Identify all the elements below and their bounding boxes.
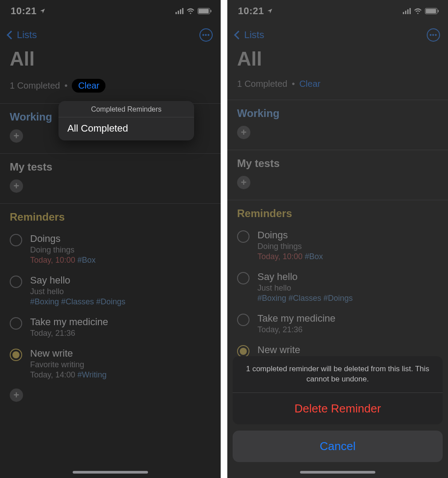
radio-unchecked-icon[interactable] [237,314,249,326]
signal-icon [175,8,183,14]
signal-icon [403,8,411,14]
section-reminders: Reminders Doings Doing things Today, 10:… [0,203,221,402]
battery-icon [425,8,437,14]
radio-unchecked-icon[interactable] [10,317,22,330]
section-header-working: Working [237,107,438,120]
tag[interactable]: #Box [305,252,323,261]
chevron-left-icon [7,31,16,39]
reminder-row[interactable]: Doings Doing things Today, 10:00 #Box [10,229,211,271]
add-item-button[interactable]: + [10,129,23,143]
reminder-row[interactable]: New write Favorite writing Today, 14:00 … [10,344,211,386]
tags[interactable]: #Boxing #Classes #Doings [30,297,211,307]
status-icons [175,8,210,14]
section-header-mytests: My tests [10,161,211,173]
radio-unchecked-icon[interactable] [237,272,249,284]
reminder-row[interactable]: Take my medicine Today, 21:36 [10,313,211,344]
context-menu-title: Completed Reminders [58,101,194,117]
reminder-row[interactable]: Take my medicine Today, 21:36 [237,309,438,341]
radio-unchecked-icon[interactable] [10,276,22,288]
completed-summary: 1 Completed • Clear [237,79,438,89]
context-menu: Completed Reminders All Completed [58,101,194,140]
more-button[interactable]: ••• [427,28,440,42]
home-indicator[interactable] [73,471,148,474]
section-reminders: Reminders Doings Doing things Today, 10:… [227,200,448,372]
add-item-button[interactable]: + [237,126,250,139]
wifi-icon [187,8,195,14]
page-title: All [10,48,211,70]
action-sheet: 1 completed reminder will be deleted fro… [227,356,448,478]
tags[interactable]: #Boxing #Classes #Doings [257,294,438,303]
more-button[interactable]: ••• [199,28,213,42]
reminder-row[interactable]: Say hello Just hello #Boxing #Classes #D… [10,271,211,313]
section-working: Working + [227,100,448,139]
back-label: Lists [17,29,37,41]
back-button[interactable]: Lists [235,29,264,41]
completed-summary: 1 Completed • Clear [10,79,211,93]
due-date: Today, 14:00 [30,370,75,379]
location-icon [267,5,273,17]
radio-checked-icon[interactable] [10,349,22,361]
back-label: Lists [244,29,264,41]
radio-checked-icon[interactable] [237,345,249,358]
radio-unchecked-icon[interactable] [10,234,22,246]
tag[interactable]: #Writing [78,370,107,379]
reminder-row[interactable]: Say hello Just hello #Boxing #Classes #D… [237,268,438,309]
section-header-reminders: Reminders [237,207,438,220]
nav-bar: Lists ••• [227,22,448,46]
page-title: All [237,48,438,70]
battery-icon [198,8,210,14]
chevron-left-icon [234,31,243,39]
nav-bar: Lists ••• [0,22,221,46]
section-header-mytests: My tests [237,157,438,170]
due-date: Today, 10:00 [257,252,303,261]
clear-button[interactable]: Clear [299,79,320,89]
location-icon [39,5,46,17]
tag[interactable]: #Box [78,256,96,264]
due-date: Today, 10:00 [30,256,75,264]
back-button[interactable]: Lists [8,29,37,41]
status-icons [403,8,437,14]
phone-left: 10:21 Lists ••• All [0,0,221,478]
wifi-icon [414,8,422,14]
context-menu-item-all-completed[interactable]: All Completed [58,117,194,140]
completed-count: 1 Completed [237,79,287,89]
status-time: 10:21 [11,5,46,17]
action-sheet-message: 1 completed reminder will be deleted fro… [233,356,443,393]
section-mytests: My tests + [0,153,221,193]
more-icon: ••• [429,31,437,39]
section-mytests: My tests + [227,150,448,189]
home-indicator[interactable] [300,471,375,474]
radio-unchecked-icon[interactable] [237,230,249,243]
section-header-reminders: Reminders [10,211,211,223]
more-icon: ••• [202,31,210,39]
reminder-row[interactable]: Doings Doing things Today, 10:00 #Box [237,226,438,268]
cancel-button[interactable]: Cancel [233,431,443,462]
clear-button[interactable]: Clear [72,79,105,93]
status-bar: 10:21 [0,0,221,22]
status-bar: 10:21 [227,0,448,22]
add-item-button[interactable]: + [237,176,250,189]
add-item-button[interactable]: + [10,389,23,402]
delete-reminder-button[interactable]: Delete Reminder [233,393,443,424]
status-time: 10:21 [238,5,273,17]
phone-right: 10:21 Lists ••• All 1 Compl [227,0,448,478]
completed-count: 1 Completed [10,81,60,91]
add-item-button[interactable]: + [10,179,23,193]
